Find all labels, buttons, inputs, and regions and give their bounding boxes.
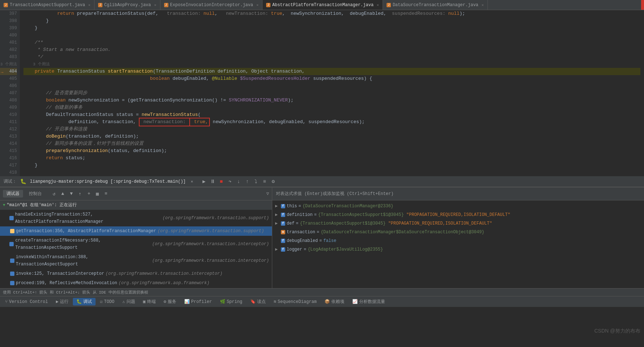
nav-sequence-diagram[interactable]: ≋ SequenceDiagram [270,298,320,305]
nav-debug[interactable]: 🐛 调试 [73,298,96,305]
list-icon[interactable]: ≡ [102,190,110,198]
line-406: 406 [0,82,17,90]
tab-datasource[interactable]: J DataSourceTransactionManager.java ✕ [383,0,488,10]
var-definition[interactable]: ▶ f definition = {TransactionAspectSuppo… [272,211,644,219]
var-icon-this: f [281,204,285,208]
dependencies-icon: 📦 [325,299,330,304]
code-line-417: } [23,162,640,169]
code-line-403: */ [23,53,640,61]
line-405: 405 [0,75,17,82]
java-file-icon3: J [164,3,168,7]
nav-analyze-data[interactable]: 📈 分析数据流量 [349,298,389,305]
frame-icon-4 [10,259,14,263]
nav-services[interactable]: ⚙ 服务 [160,298,180,305]
variables-panel: 对表达式求值 (Enter)或添加监视 (Ctrl+Shift+Enter) ▶… [272,187,644,288]
step-into-button[interactable]: ↓ [235,178,242,185]
code-line-407: // 是否需要新同步 [23,90,640,97]
var-transaction[interactable]: ▶ m transaction = {DataSourceTransaction… [272,228,644,237]
var-icon-def: f [281,221,285,226]
tab-debugger[interactable]: 调试器 [3,190,23,198]
tab-expose-invocation[interactable]: J ExposeInvocationInterceptor.java ✕ [160,0,263,10]
step-out-button[interactable]: ↑ [244,178,251,185]
nav-run[interactable]: ▶ 运行 [52,298,72,305]
nav-dependencies[interactable]: 📦 依赖项 [321,298,348,305]
var-val-logger: {LogAdapter$JavaUtilLog@2355} [308,246,383,253]
tab-abstract-platform[interactable]: J AbstractPlatformTransactionManager.jav… [263,0,383,10]
settings-button[interactable]: ⚙ [270,178,277,185]
panel-icons: ↺ ▲ ▼ ⇡ ⌖ ▦ ≡ [50,190,110,198]
frame-5[interactable]: invoke:125, TransactionInterceptor (org.… [0,269,272,278]
collapse-icon[interactable]: ⇡ [76,190,84,198]
tab-close-icon5[interactable]: ✕ [482,3,484,7]
status-hint: 使用 Ctrl+Alt+↑ 箭头 和 Ctrl+Alt+↓ 箭头 从 IDE 中… [3,290,148,295]
expand-definition[interactable]: ▶ [275,211,279,218]
nav-todo[interactable]: ☑ TODO [96,298,118,305]
debug-top-bar: 调试： 🐛 lianpengju-master:spring-debug [:s… [0,176,644,187]
tab-console[interactable]: 控制台 [25,190,45,198]
tab-close-icon3[interactable]: ✕ [256,3,259,7]
expand-def[interactable]: ▶ [275,220,279,227]
services-icon: ⚙ [164,299,166,304]
grid-icon[interactable]: ▦ [94,190,101,198]
up-icon[interactable]: ▲ [59,190,66,198]
var-this[interactable]: ▶ f this = {DataSourceTransactionManager… [272,202,644,211]
tab-close-icon[interactable]: ✕ [88,3,91,7]
debug-session-icon[interactable]: 🐛 [20,178,26,185]
code-line-404: private TransactionStatus startTransacti… [23,68,640,75]
resume-button[interactable]: ▶ [200,178,208,185]
tab-cglib-aop[interactable]: J CglibAopProxy.java ✕ [94,0,160,10]
evaluate-button[interactable]: ≡ [261,178,268,185]
restore-icon[interactable]: ↺ [50,190,58,198]
spring-icon: 🌿 [220,299,225,304]
cursor-icon[interactable]: ⌖ [85,190,92,198]
tab-close-icon2[interactable]: ✕ [154,3,156,7]
nav-problems[interactable]: ⚠ 问题 [119,298,138,305]
stop-button[interactable]: ■ [218,178,225,185]
var-debug-enabled[interactable]: ▶ f debugEnabled = false [272,237,644,245]
code-line-412: // 开启事务和连接 [23,126,640,133]
frame-1[interactable]: handleExistingTransaction:527, AbstractP… [0,210,272,226]
frame-2[interactable]: getTransaction:356, AbstractPlatformTran… [0,226,272,236]
frame-name-2: getTransaction:356, AbstractPlatformTran… [16,227,156,235]
code-line-413: doBegin(transaction, definition); [23,133,640,140]
tab-close-icon4[interactable]: ✕ [377,3,379,7]
line-403: 403 [0,53,17,61]
line-412: 412 [0,126,17,133]
frame-3[interactable]: createTransactionIfNecessary:588, Transa… [0,236,272,252]
pause-button[interactable]: ⏸ [209,178,216,185]
expand-this[interactable]: ▶ [275,203,279,210]
run-to-cursor-button[interactable]: ⤵ [252,178,260,185]
debug-nav-icon: 🐛 [76,299,82,304]
var-name-this: this [287,203,297,210]
nav-terminal[interactable]: ▣ 终端 [140,298,159,305]
code-line-400 [23,32,640,39]
nav-version-control[interactable]: ⑂ Version Control [1,299,52,305]
frame-4[interactable]: invokeWithinTransaction:388, Transaction… [0,252,272,269]
nav-bookmarks[interactable]: 🔖 读点 [247,298,269,305]
tab-transaction-aspect[interactable]: J TransactionAspectSupport.java ✕ [0,0,94,10]
nav-profiler[interactable]: 📊 Profiler [181,298,216,305]
code-line-410: DefaultTransactionStatus status = newTra… [23,111,640,118]
nav-spring[interactable]: 🌿 Spring [216,298,246,305]
profiler-icon: 📊 [184,299,190,304]
code-line-usage: 3 个用法 [23,61,640,68]
code-line-416: return status; [23,155,640,162]
var-icon-logger: f [281,247,285,252]
code-line-401: /** [23,39,640,46]
var-def[interactable]: ▶ f def = {TransactionAspectSupport$1@30… [272,219,644,228]
filter-icon[interactable]: ▽ [266,191,269,196]
var-icon-transaction: m [281,230,285,234]
var-logger[interactable]: ▶ f logger = {LogAdapter$JavaUtilLog@235… [272,245,644,254]
code-line-402: * Start a new transaction. [23,46,640,53]
debug-session-close[interactable]: ✕ [191,179,193,184]
frame-7[interactable]: proceed:780, CglibAopProxy$CglibMethodIn… [0,288,272,288]
step-over-button[interactable]: ↷ [226,178,234,185]
frame-icon-1 [9,216,14,220]
frame-6[interactable]: proceed:199, ReflectiveMethodInvocation … [0,278,272,288]
expand-logger[interactable]: ▶ [275,246,279,253]
terminal-icon: ▣ [143,299,146,304]
down-icon[interactable]: ▼ [68,190,75,198]
line-404-usage: 3 个用法 [0,61,17,68]
frame-icon-2 [10,229,14,233]
frame-icon-3 [9,242,14,246]
